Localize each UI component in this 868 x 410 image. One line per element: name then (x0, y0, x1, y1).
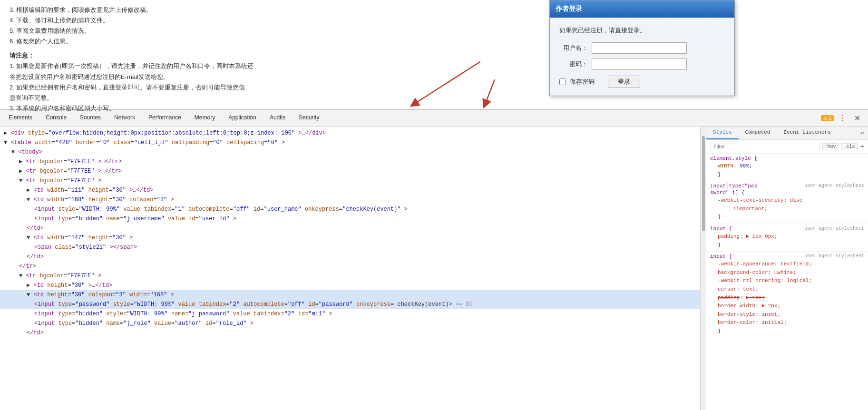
styles-tabs: Styles Computed Event Listeners » (706, 127, 868, 140)
dom-line[interactable]: ▼ <td width="147" height="30" > (0, 233, 700, 243)
dialog-body: 如果您已经注册，请直接登录。 用户名： 密码： 保存密码 登录 (550, 18, 734, 96)
dom-line-selected[interactable]: ▼ <td height="30" colspan="3" width="168… (0, 290, 700, 300)
username-row: 用户名： (559, 42, 725, 54)
filter-class-button[interactable]: .cls (841, 143, 858, 150)
save-password-label: 保存密码 (570, 77, 595, 87)
dialog-hint: 如果您已经注册，请直接登录。 (559, 25, 725, 36)
dom-line[interactable]: <input type="hidden" name="j_role" value… (0, 319, 700, 328)
password-input[interactable] (592, 59, 687, 70)
login-button[interactable]: 登录 (608, 76, 640, 88)
save-password-checkbox[interactable] (559, 78, 566, 85)
dom-panel[interactable]: ▶ <div style="overflow:hidden;height:0px… (0, 127, 701, 410)
tab-computed[interactable]: Computed (739, 127, 777, 139)
tab-styles[interactable]: Styles (706, 127, 739, 139)
dialog-footer: 保存密码 登录 (559, 76, 725, 88)
devtools-main: ▶ <div style="overflow:hidden;height:0px… (0, 127, 868, 410)
dom-line[interactable]: ▼ <tbody> (0, 147, 700, 157)
password-label: 密码： (559, 59, 588, 69)
dom-line[interactable]: ▶ <td width="111" height="30" >…</td> (0, 185, 700, 195)
dom-line[interactable]: </td> (0, 252, 700, 262)
devtools-menu-button[interactable]: ⋮ (838, 113, 848, 123)
dom-line[interactable]: <input type="hidden" style="WIDTH: 99%" … (0, 309, 700, 319)
dom-line[interactable]: </tr> (0, 262, 700, 271)
dom-line[interactable]: ▼ <td width="168" height="30" colspan="3… (0, 195, 700, 205)
style-rule-input-password: input[type="pas user agent stylesheet sw… (706, 181, 868, 224)
dom-line[interactable]: </td> (0, 224, 700, 233)
dom-line[interactable]: ▶ <tr bgcolor="F7F7EE" >…</tr> (0, 157, 700, 166)
dialog-title: 作者登录 (550, 0, 734, 18)
page-content: 3. 根据编辑部的要求，阅读修改意见并上传修改稿。 4. 下载、修订和上传您的清… (0, 0, 868, 109)
dom-line[interactable]: ▶ <td height="30" >…</td> (0, 281, 700, 290)
username-input[interactable] (592, 42, 687, 54)
username-label: 用户名： (559, 43, 588, 53)
dom-line[interactable]: ▼ <tr bgcolor="F7F7EE" > (0, 271, 700, 281)
dom-scrollbar[interactable] (701, 127, 706, 410)
warning-badge: ⚠ 1 (821, 115, 834, 121)
styles-filter-input[interactable] (710, 142, 819, 151)
password-row: 密码： (559, 59, 725, 70)
style-rule-element: element.style { WIDTH: 99%; } (706, 154, 868, 181)
styles-filter-row: :hov .cls + (706, 140, 868, 154)
tab-event-listeners[interactable]: Event Listeners (777, 127, 837, 139)
dom-line[interactable]: ▼ <table width="428" border="0" class="c… (0, 138, 700, 147)
devtools-close-button[interactable]: ✕ (852, 113, 862, 123)
dom-line-selected-input[interactable]: <input type="password" style="WIDTH: 99%… (0, 300, 700, 309)
filter-add-button[interactable]: + (860, 143, 864, 150)
author-login-dialog: 作者登录 如果您已经注册，请直接登录。 用户名： 密码： 保存密码 登录 (549, 0, 735, 96)
styles-expand-button[interactable]: » (857, 127, 868, 139)
filter-pseudo-button[interactable]: :hov (822, 143, 839, 150)
dom-line[interactable]: </td> (0, 328, 700, 338)
dom-line[interactable]: ▶ <div style="overflow:hidden;height:0px… (0, 128, 700, 138)
dom-line[interactable]: <span class="style21" ></span> (0, 243, 700, 252)
scroll-thumb[interactable] (702, 136, 705, 231)
style-rule-input-full: input { user agent stylesheet -webkit-ap… (706, 252, 868, 338)
style-rule-input-padding: input { user agent stylesheet padding: ►… (706, 224, 868, 252)
styles-panel: Styles Computed Event Listeners » :hov .… (706, 127, 868, 410)
dom-line[interactable]: <input style="WIDTH: 99%" value tabindex… (0, 205, 700, 214)
dom-line[interactable]: <input type="hidden" name="j_username" v… (0, 214, 700, 224)
dom-line[interactable]: ▶ <tr bgcolor="F7F7EE" >…</tr> (0, 166, 700, 176)
dom-line[interactable]: ▼ <tr bgcolor="F7F7EE" > (0, 176, 700, 185)
